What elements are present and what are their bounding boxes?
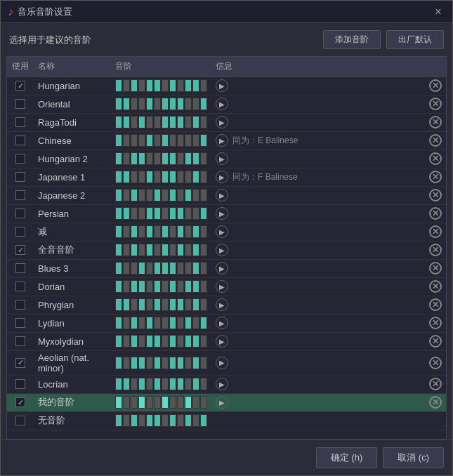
row-checkbox[interactable] <box>15 397 25 407</box>
play-button[interactable]: ▶ <box>216 244 228 256</box>
row-checkbox[interactable] <box>15 263 25 273</box>
table-row[interactable]: Phrygian▶✕ <box>7 296 446 314</box>
table-row[interactable]: Japanese 1▶同为：F Balinese✕ <box>7 168 446 186</box>
delete-button[interactable]: ✕ <box>429 378 442 390</box>
play-button[interactable]: ▶ <box>216 262 228 275</box>
toolbar-buttons: 添加音阶 出厂默认 <box>323 30 444 49</box>
table-row[interactable]: Blues 3▶✕ <box>7 259 446 277</box>
delete-button[interactable]: ✕ <box>429 225 442 238</box>
row-checkbox[interactable] <box>15 318 25 328</box>
delete-button[interactable]: ✕ <box>429 171 442 183</box>
delete-button[interactable]: ✕ <box>429 262 442 275</box>
play-button[interactable]: ▶ <box>216 171 228 183</box>
play-button[interactable]: ▶ <box>216 335 228 348</box>
play-button[interactable]: ▶ <box>216 317 228 329</box>
delete-button[interactable]: ✕ <box>429 335 442 348</box>
table-row[interactable]: Japanese 2▶✕ <box>7 186 446 204</box>
scale-table-container[interactable]: 使用 名称 音阶 信息 Hungarian▶✕Oriental▶✕RagaTod… <box>6 56 447 439</box>
play-button[interactable]: ▶ <box>216 79 228 92</box>
row-scale-pattern <box>111 350 211 375</box>
row-checkbox[interactable] <box>15 81 25 91</box>
table-row[interactable]: Chinese▶同为：E Balinese✕ <box>7 131 446 150</box>
table-row[interactable]: Lydian▶✕ <box>7 314 446 332</box>
row-checkbox[interactable] <box>15 172 25 182</box>
play-button[interactable]: ▶ <box>216 98 228 110</box>
row-checkbox[interactable] <box>15 154 25 164</box>
delete-button[interactable]: ✕ <box>429 298 442 311</box>
row-checkbox[interactable] <box>15 190 25 200</box>
confirm-button[interactable]: 确定 (h) <box>316 447 378 468</box>
table-row[interactable]: 我的音阶▶✕ <box>7 393 446 411</box>
row-name: Myxolydian <box>34 332 111 350</box>
table-row[interactable]: Persian▶✕ <box>7 204 446 223</box>
row-scale-pattern <box>111 223 211 241</box>
play-button[interactable]: ▶ <box>216 280 228 293</box>
table-row[interactable]: Dorian▶✕ <box>7 277 446 296</box>
play-button[interactable]: ▶ <box>216 225 228 238</box>
row-checkbox[interactable] <box>15 282 25 291</box>
row-checkbox[interactable] <box>15 209 25 218</box>
table-row[interactable]: 减▶✕ <box>7 223 446 241</box>
row-name: 无音阶 <box>34 411 111 430</box>
play-button[interactable]: ▶ <box>216 357 228 369</box>
table-row[interactable]: Hungarian 2▶✕ <box>7 150 446 168</box>
row-checkbox[interactable] <box>15 135 25 145</box>
table-header-row: 使用 名称 音阶 信息 <box>7 57 446 77</box>
row-scale-pattern <box>111 277 211 296</box>
row-checkbox[interactable] <box>15 227 25 237</box>
delete-button[interactable]: ✕ <box>429 79 442 92</box>
table-row[interactable]: RagaTodi▶✕ <box>7 113 446 131</box>
delete-button[interactable]: ✕ <box>429 152 442 165</box>
row-delete: ✕ <box>425 296 446 314</box>
play-button[interactable]: ▶ <box>216 152 228 165</box>
delete-button[interactable]: ✕ <box>429 134 442 147</box>
delete-button[interactable]: ✕ <box>429 98 442 110</box>
table-row[interactable]: Oriental▶✕ <box>7 95 446 113</box>
delete-button[interactable]: ✕ <box>429 244 442 256</box>
table-row[interactable]: Hungarian▶✕ <box>7 77 446 95</box>
row-delete: ✕ <box>425 375 446 393</box>
cancel-button[interactable]: 取消 (c) <box>383 447 444 468</box>
header-use: 使用 <box>7 57 34 77</box>
row-checkbox[interactable] <box>15 379 25 389</box>
window-title: 音乐音阶设置 <box>18 6 431 18</box>
factory-default-button[interactable]: 出厂默认 <box>386 30 444 49</box>
row-checkbox[interactable] <box>15 300 25 310</box>
play-button[interactable]: ▶ <box>216 189 228 201</box>
table-row[interactable]: Locrian▶✕ <box>7 375 446 393</box>
row-checkbox[interactable] <box>15 416 25 425</box>
play-button[interactable]: ▶ <box>216 134 228 147</box>
delete-button[interactable]: ✕ <box>429 357 442 369</box>
table-row[interactable]: 全音音阶▶✕ <box>7 241 446 259</box>
row-name: Japanese 1 <box>34 168 111 186</box>
table-row[interactable]: Aeolian (nat. minor)▶✕ <box>7 350 446 375</box>
row-checkbox[interactable] <box>15 336 25 346</box>
table-row[interactable]: Myxolydian▶✕ <box>7 332 446 350</box>
row-checkbox[interactable] <box>15 117 25 127</box>
delete-button[interactable]: ✕ <box>429 280 442 293</box>
row-checkbox[interactable] <box>15 358 25 368</box>
delete-button[interactable]: ✕ <box>429 116 442 128</box>
play-button[interactable]: ▶ <box>216 298 228 311</box>
delete-button[interactable]: ✕ <box>429 317 442 329</box>
close-button[interactable]: × <box>431 5 445 19</box>
play-button[interactable]: ▶ <box>216 207 228 220</box>
play-button[interactable]: ▶ <box>216 378 228 390</box>
play-button[interactable]: ▶ <box>216 116 228 128</box>
row-delete: ✕ <box>425 393 446 411</box>
row-checkbox[interactable] <box>15 99 25 109</box>
add-scale-button[interactable]: 添加音阶 <box>323 30 381 49</box>
row-name: Hungarian 2 <box>34 150 111 168</box>
row-scale-pattern <box>111 393 211 411</box>
row-info: ▶ <box>211 375 425 393</box>
row-name: Blues 3 <box>34 259 111 277</box>
row-delete: ✕ <box>425 223 446 241</box>
delete-button[interactable]: ✕ <box>429 207 442 220</box>
row-delete: ✕ <box>425 77 446 95</box>
row-checkbox[interactable] <box>15 245 25 255</box>
toolbar-label: 选择用于建议的音阶 <box>9 34 91 46</box>
delete-button[interactable]: ✕ <box>429 189 442 201</box>
play-button[interactable]: ▶ <box>216 396 228 409</box>
table-row[interactable]: 无音阶 <box>7 411 446 430</box>
delete-button[interactable]: ✕ <box>429 396 442 409</box>
